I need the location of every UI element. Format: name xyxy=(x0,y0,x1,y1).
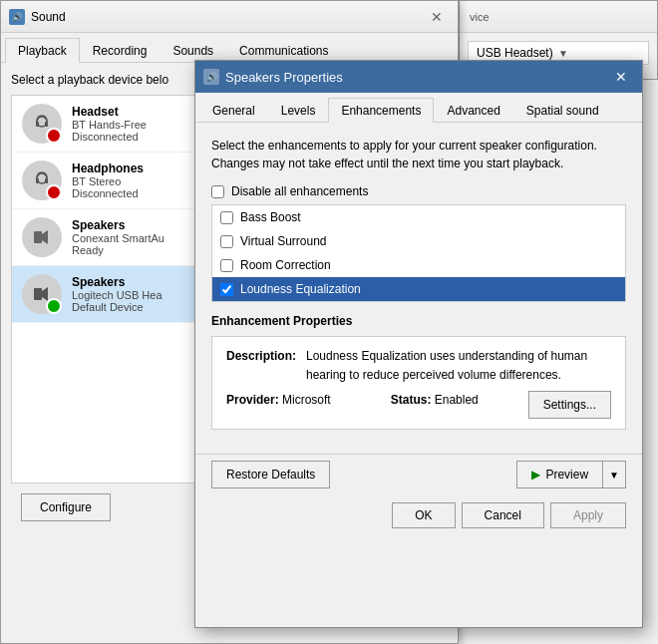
preview-button[interactable]: ▶ Preview xyxy=(516,461,602,488)
sp-tab-levels[interactable]: Levels xyxy=(268,98,329,123)
preview-label: Preview xyxy=(545,468,588,482)
svg-marker-9 xyxy=(42,287,48,301)
loudness-checkbox[interactable] xyxy=(220,283,233,296)
sp-tabs: General Levels Enhancements Advanced Spa… xyxy=(195,93,642,123)
description-label: Description: xyxy=(226,347,306,366)
enh-item-loudness[interactable]: Loudness Equalization xyxy=(212,277,625,301)
sp-tab-spatial[interactable]: Spatial sound xyxy=(513,98,612,123)
status-row: Status: Enabled xyxy=(391,391,479,419)
settings-button[interactable]: Settings... xyxy=(528,391,611,419)
headset-status-badge xyxy=(46,128,62,144)
enh-props-title: Enhancement Properties xyxy=(211,314,626,328)
sp-ok-row: OK Cancel Apply xyxy=(195,494,642,538)
disable-all-label: Disable all enhancements xyxy=(231,184,368,198)
cancel-button[interactable]: Cancel xyxy=(462,502,544,528)
status-label: Status: xyxy=(391,393,432,407)
disable-all-row: Disable all enhancements xyxy=(211,184,626,198)
restore-defaults-button[interactable]: Restore Defaults xyxy=(211,461,330,488)
loudness-label: Loudness Equalization xyxy=(240,282,361,296)
room-correction-checkbox[interactable] xyxy=(220,259,233,272)
partial-header: vice xyxy=(460,1,657,33)
enh-item-room-correction[interactable]: Room Correction xyxy=(212,253,625,277)
sound-window-title: Sound xyxy=(31,10,424,24)
headset-icon xyxy=(22,104,62,144)
provider-label: Provider: xyxy=(226,393,279,407)
headphones-status-badge xyxy=(46,184,62,200)
bass-boost-label: Bass Boost xyxy=(240,210,301,224)
configure-button[interactable]: Configure xyxy=(21,493,111,521)
svg-rect-1 xyxy=(36,122,39,127)
dropdown-arrow-icon: ▼ xyxy=(558,48,640,59)
provider-row: Provider: Microsoft xyxy=(226,391,331,419)
description-value: Loudness Equalization uses understanding… xyxy=(306,347,611,385)
sound-titlebar: 🔊 Sound ✕ xyxy=(1,1,458,33)
sp-dialog-icon: 🔊 xyxy=(203,69,219,85)
sp-tab-enhancements[interactable]: Enhancements xyxy=(328,98,434,123)
virtual-surround-label: Virtual Surround xyxy=(240,234,327,248)
tab-recording[interactable]: Recording xyxy=(80,38,161,63)
provider-value: Microsoft xyxy=(282,393,331,407)
tab-playback[interactable]: Playback xyxy=(5,38,80,63)
svg-rect-4 xyxy=(36,178,39,183)
sp-description: Select the enhancements to apply for you… xyxy=(211,137,626,172)
apply-button[interactable]: Apply xyxy=(550,502,626,528)
sound-close-button[interactable]: ✕ xyxy=(424,4,450,30)
preview-group: ▶ Preview ▼ xyxy=(516,461,626,488)
speakers-logitech-status-badge xyxy=(46,298,62,314)
provider-status-row: Provider: Microsoft Status: Enabled Sett… xyxy=(226,391,611,419)
sp-enhancements-content: Select the enhancements to apply for you… xyxy=(195,123,642,454)
sp-titlebar: 🔊 Speakers Properties ✕ xyxy=(195,61,642,93)
device-selector-name: USB Headset) xyxy=(477,46,558,60)
disable-all-checkbox[interactable] xyxy=(211,185,224,198)
status-value: Enabled xyxy=(435,393,479,407)
sp-buttons-row: Restore Defaults ▶ Preview ▼ xyxy=(195,454,642,494)
sp-tab-general[interactable]: General xyxy=(199,98,268,123)
enhancement-list: Bass Boost Virtual Surround Room Correct… xyxy=(211,204,626,302)
partial-device-label: vice xyxy=(470,11,490,23)
preview-dropdown-button[interactable]: ▼ xyxy=(602,461,626,488)
sp-tab-advanced[interactable]: Advanced xyxy=(434,98,512,123)
svg-rect-5 xyxy=(45,178,48,183)
ok-button[interactable]: OK xyxy=(392,502,455,528)
enh-item-bass-boost[interactable]: Bass Boost xyxy=(212,205,625,229)
description-row: Description: Loudness Equalization uses … xyxy=(226,347,611,385)
sp-dialog-title: Speakers Properties xyxy=(225,70,608,85)
enh-props-box: Description: Loudness Equalization uses … xyxy=(211,336,626,430)
speakers-conexant-icon xyxy=(22,217,62,257)
headphones-icon xyxy=(22,161,62,200)
svg-rect-8 xyxy=(34,288,42,300)
sound-app-icon: 🔊 xyxy=(9,9,25,25)
virtual-surround-checkbox[interactable] xyxy=(220,235,233,248)
sp-close-button[interactable]: ✕ xyxy=(608,64,634,90)
bass-boost-checkbox[interactable] xyxy=(220,211,233,224)
room-correction-label: Room Correction xyxy=(240,258,331,272)
speakers-properties-dialog: 🔊 Speakers Properties ✕ General Levels E… xyxy=(194,60,643,628)
enh-item-virtual-surround[interactable]: Virtual Surround xyxy=(212,229,625,253)
sound-tabs: Playback Recording Sounds Communications xyxy=(1,33,458,63)
svg-rect-2 xyxy=(45,122,48,127)
preview-icon: ▶ xyxy=(531,468,540,482)
svg-marker-7 xyxy=(42,230,48,244)
svg-rect-6 xyxy=(34,231,42,243)
speakers-logitech-icon xyxy=(22,274,62,314)
